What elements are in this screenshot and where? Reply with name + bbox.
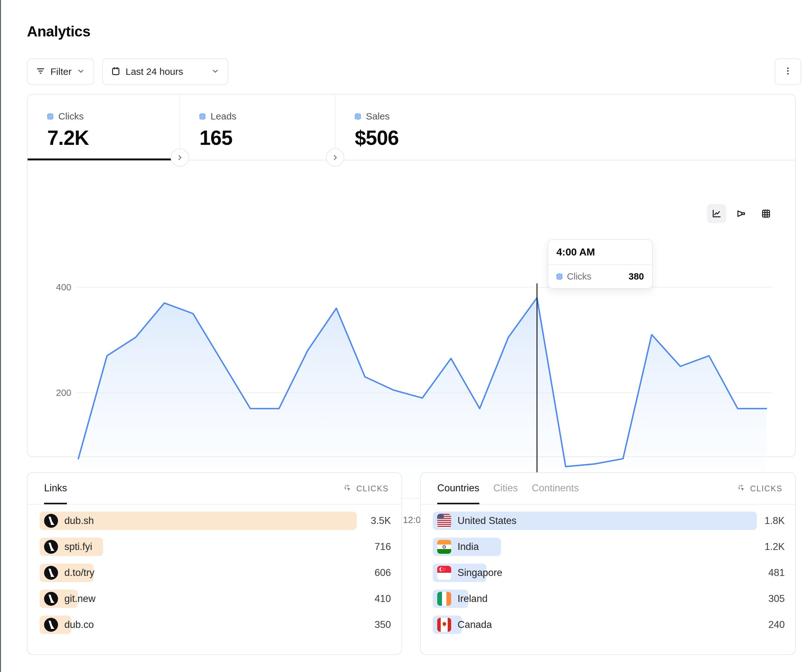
filter-lines-icon [36,66,45,77]
country-value: 240 [768,616,785,634]
country-row[interactable]: India1.2K [433,537,785,556]
line-chart-view-button[interactable] [707,204,726,223]
y-axis-tick: 200 [56,388,71,398]
link-row-content: dub.co [44,616,94,634]
table-view-button[interactable] [757,204,776,223]
tab-countries[interactable]: Countries [437,473,479,504]
link-row[interactable]: git.new410 [39,590,391,608]
flag-ca-icon [437,618,451,632]
flag-ie-icon [437,592,451,606]
country-value: 481 [768,564,785,582]
analytics-page: Analytics Filter Last 24 hours Clicks [0,0,812,672]
y-axis-tick: 400 [56,282,71,292]
funnel-view-button[interactable] [732,204,751,223]
link-label: dub.co [64,619,94,631]
next-metric-button[interactable] [171,148,189,167]
tab-sales-value: $506 [355,126,491,150]
country-label: Canada [457,619,492,631]
cursor-click-icon [344,484,353,493]
calendar-icon [111,66,121,77]
flag-us-icon [437,514,451,528]
tab-clicks[interactable]: Clicks 7.2K [27,94,180,160]
country-value: 1.2K [764,537,785,556]
country-label: United States [457,515,517,527]
dub-logo-icon [44,540,58,554]
tab-cities[interactable]: Cities [493,473,518,504]
tab-clicks-value: 7.2K [47,126,180,150]
link-value: 606 [374,564,391,582]
chevron-right-icon [176,154,184,162]
tab-leads-label: Leads [210,111,237,122]
tab-sales[interactable]: Sales $506 [335,94,491,160]
country-value: 305 [768,590,785,608]
chevron-down-icon [211,67,219,77]
links-metric-selector[interactable]: CLICKS [344,484,389,493]
country-row-content: Ireland [437,590,488,608]
country-value: 1.8K [764,512,785,530]
link-row[interactable]: spti.fyi716 [39,537,391,556]
link-row[interactable]: d.to/try606 [39,564,391,582]
country-row-content: Canada [437,616,492,634]
cursor-click-icon [737,484,746,493]
active-tab-underline [27,159,180,160]
country-label: India [457,541,479,553]
filter-button[interactable]: Filter [27,58,94,85]
tab-sales-label: Sales [366,111,390,122]
table-grid-icon [761,208,771,219]
tab-links[interactable]: Links [44,473,67,504]
country-row-content: India [437,537,479,556]
date-range-label: Last 24 hours [126,66,206,77]
sales-legend-swatch [355,113,361,119]
country-row-content: United States [437,512,517,530]
country-row[interactable]: Singapore481 [433,564,785,582]
link-label: dub.sh [64,515,94,527]
links-panel-header: Links CLICKS [27,473,401,505]
tab-clicks-label: Clicks [58,111,84,122]
link-value: 716 [374,537,391,556]
tooltip-series-name: Clicks [567,271,624,282]
filter-button-label: Filter [50,66,72,77]
links-metric-label: CLICKS [357,484,389,493]
flag-in-icon [437,540,451,554]
stats-tab-row: Clicks 7.2K Leads 165 Sales $506 [27,94,795,160]
link-value: 350 [374,616,391,634]
page-title: Analytics [27,23,90,40]
country-label: Singapore [457,567,502,578]
countries-metric-selector[interactable]: CLICKS [737,484,783,493]
countries-panel: Countries Cities Continents CLICKS Unite… [420,472,796,655]
country-row[interactable]: Canada240 [433,616,785,634]
chart-tooltip: 4:00 AM Clicks 380 [548,239,653,289]
line-chart-icon [711,208,722,219]
tooltip-time: 4:00 AM [548,240,652,265]
chart-view-toggles [707,204,776,223]
country-label: Ireland [457,593,488,604]
dub-logo-icon [44,592,58,606]
tab-continents[interactable]: Continents [532,473,578,504]
analytics-chart-card: Clicks 7.2K Leads 165 Sales $506 [27,94,796,457]
countries-panel-header: Countries Cities Continents CLICKS [421,473,795,505]
dub-logo-icon [44,618,58,632]
link-row[interactable]: dub.co350 [39,616,391,634]
tab-leads-value: 165 [200,126,335,150]
link-row-content: spti.fyi [44,537,92,556]
dub-logo-icon [44,514,58,528]
dub-logo-icon [44,566,58,580]
clicks-legend-swatch [47,113,53,119]
link-label: d.to/try [64,567,94,578]
page-edge-strip [0,0,1,672]
tab-leads[interactable]: Leads 165 [180,94,335,160]
more-options-button[interactable] [774,58,801,85]
kebab-menu-icon [783,66,793,77]
link-row[interactable]: dub.sh3.5K [39,512,391,530]
country-row[interactable]: Ireland305 [433,590,785,608]
leads-legend-swatch [200,113,205,119]
next-metric-button[interactable] [326,148,345,167]
link-value: 3.5K [371,512,391,530]
link-row-content: dub.sh [44,512,94,530]
country-row[interactable]: United States1.8K [433,512,785,530]
link-label: spti.fyi [64,541,92,553]
link-row-content: d.to/try [44,564,94,582]
tooltip-series-value: 380 [629,271,644,282]
date-range-button[interactable]: Last 24 hours [102,58,228,85]
countries-metric-label: CLICKS [750,484,783,493]
